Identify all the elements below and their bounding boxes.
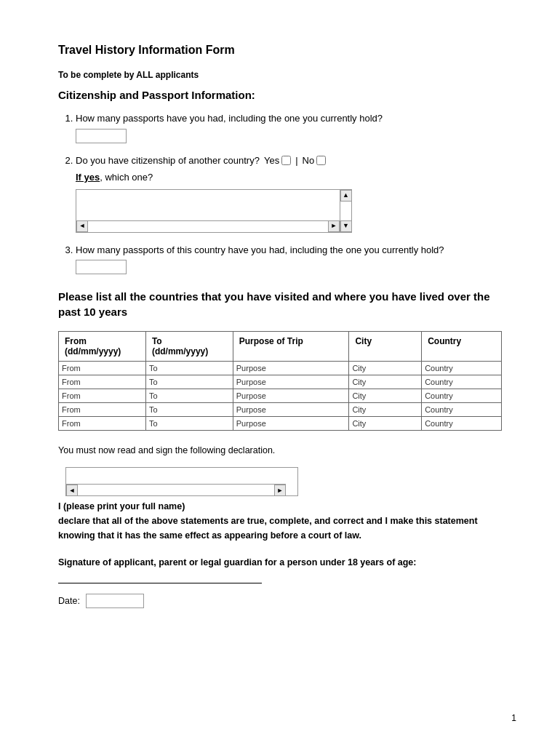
table-row: FromToPurposeCityCountry — [59, 417, 502, 431]
cell-to-0: To — [145, 362, 233, 375]
cell-from-4-label: From — [62, 419, 81, 428]
scroll-left-arrow[interactable]: ◄ — [76, 220, 88, 232]
cell-to-1: To — [145, 375, 233, 389]
cell-from-3: From — [59, 403, 146, 417]
decl-scroll-left[interactable]: ◄ — [66, 485, 78, 496]
table-row: FromToPurposeCityCountry — [59, 403, 502, 417]
signature-section: Signature of applicant, parent or legal … — [58, 556, 502, 608]
cell-from-1-label: From — [62, 378, 81, 386]
page-number: 1 — [511, 713, 516, 723]
signature-line — [58, 583, 262, 583]
cell-city-0: City — [349, 362, 422, 375]
question-list: How many passports have you had, includi… — [58, 111, 502, 274]
cell-country-0-label: Country — [425, 364, 453, 372]
cell-to-2: To — [145, 389, 233, 403]
cell-city-2: City — [349, 389, 422, 403]
cell-purpose-0-label: Purpose — [236, 364, 266, 372]
cell-country-2-label: Country — [425, 391, 453, 400]
declaration-prefix: I (please print your full name) — [58, 501, 185, 511]
col-city-header: City — [349, 332, 422, 362]
no-checkbox[interactable] — [316, 156, 326, 165]
which-one-textarea[interactable] — [76, 190, 340, 220]
vertical-scrollbar[interactable]: ▲ ▼ — [340, 190, 351, 232]
page-title: Travel History Information Form — [58, 44, 502, 57]
yes-no-row: Do you have citizenship of another count… — [76, 154, 502, 168]
table-header-row: From (dd/mm/yyyy) To (dd/mm/yyyy) Purpos… — [59, 332, 502, 362]
table-row: FromToPurposeCityCountry — [59, 389, 502, 403]
cell-city-1-label: City — [352, 378, 366, 386]
declaration-section: ◄ ► I (please print your full name) decl… — [58, 467, 502, 543]
cell-city-0-label: City — [352, 364, 366, 372]
cell-from-1: From — [59, 375, 146, 389]
yes-label[interactable]: Yes — [264, 154, 291, 168]
cell-from-2: From — [59, 389, 146, 403]
col-to-header: To (dd/mm/yyyy) — [145, 332, 233, 362]
cell-from-4: From — [59, 417, 146, 431]
cell-country-2: Country — [422, 389, 502, 403]
scroll-up-arrow[interactable]: ▲ — [340, 190, 352, 202]
declaration-name-box: ◄ ► — [65, 467, 298, 496]
date-label: Date: — [58, 596, 80, 606]
table-row: FromToPurposeCityCountry — [59, 375, 502, 389]
decl-scroll-right[interactable]: ► — [274, 485, 286, 496]
cell-purpose-3-label: Purpose — [236, 405, 266, 414]
question-3-answer — [76, 260, 502, 274]
cell-to-2-label: To — [149, 391, 158, 400]
cell-city-3: City — [349, 403, 422, 417]
cell-city-1: City — [349, 375, 422, 389]
cell-purpose-1-label: Purpose — [236, 378, 266, 386]
cell-to-3-label: To — [149, 405, 158, 414]
cell-country-0: Country — [422, 362, 502, 375]
cell-purpose-2-label: Purpose — [236, 391, 266, 400]
question-3-text: How many passports of this country have … — [76, 244, 444, 255]
cell-purpose-3: Purpose — [233, 403, 349, 417]
which-one-textarea-wrapper: ▲ ▼ ◄ ► — [76, 189, 352, 233]
if-yes-text: If yes, which one? — [76, 170, 502, 185]
date-input[interactable] — [86, 594, 144, 608]
cell-city-4-label: City — [352, 419, 366, 428]
signature-label: Signature of applicant, parent or legal … — [58, 556, 502, 570]
passport-count-input[interactable] — [76, 129, 127, 143]
cell-from-2-label: From — [62, 391, 81, 400]
cell-to-4: To — [145, 417, 233, 431]
cell-country-3-label: Country — [425, 405, 453, 414]
cell-purpose-1: Purpose — [233, 375, 349, 389]
cell-purpose-4-label: Purpose — [236, 419, 266, 428]
date-row: Date: — [58, 594, 502, 608]
cell-from-0-label: From — [62, 364, 81, 372]
question-1-text: How many passports have you had, includi… — [76, 113, 383, 124]
question-2-text: Do you have citizenship of another count… — [76, 154, 260, 168]
scroll-down-arrow[interactable]: ▼ — [340, 220, 352, 232]
cell-to-4-label: To — [149, 419, 158, 428]
other-country-passport-count-input[interactable] — [76, 260, 127, 274]
declaration-name-row: ◄ ► — [58, 467, 502, 496]
travel-table-body: FromToPurposeCityCountryFromToPurposeCit… — [59, 362, 502, 431]
cell-city-2-label: City — [352, 391, 366, 400]
question-1: How many passports have you had, includi… — [76, 111, 502, 143]
no-label[interactable]: No — [303, 154, 327, 168]
section1-heading: Citizenship and Passport Information: — [58, 89, 502, 101]
scroll-right-arrow[interactable]: ► — [328, 220, 340, 232]
table-row: FromToPurposeCityCountry — [59, 362, 502, 375]
cell-to-3: To — [145, 403, 233, 417]
cell-country-1: Country — [422, 375, 502, 389]
cell-from-0: From — [59, 362, 146, 375]
cell-country-3: Country — [422, 403, 502, 417]
declaration-scroll-h[interactable]: ◄ ► — [66, 484, 286, 495]
question-1-answer — [76, 129, 502, 143]
horizontal-scrollbar[interactable]: ◄ ► — [76, 220, 340, 232]
cell-purpose-0: Purpose — [233, 362, 349, 375]
cell-purpose-4: Purpose — [233, 417, 349, 431]
cell-city-4: City — [349, 417, 422, 431]
cell-purpose-2: Purpose — [233, 389, 349, 403]
travel-table: From (dd/mm/yyyy) To (dd/mm/yyyy) Purpos… — [58, 331, 502, 431]
yes-checkbox[interactable] — [281, 156, 291, 165]
cell-to-0-label: To — [149, 364, 158, 372]
col-purpose-header: Purpose of Trip — [233, 332, 349, 362]
you-must-text: You must now read and sign the following… — [58, 445, 502, 455]
declaration-body: declare that all of the above statements… — [58, 516, 478, 541]
if-yes-bold: If yes — [76, 172, 100, 183]
subtitle: To be complete by ALL applicants — [58, 70, 502, 80]
cell-country-1-label: Country — [425, 378, 453, 386]
cell-city-3-label: City — [352, 405, 366, 414]
